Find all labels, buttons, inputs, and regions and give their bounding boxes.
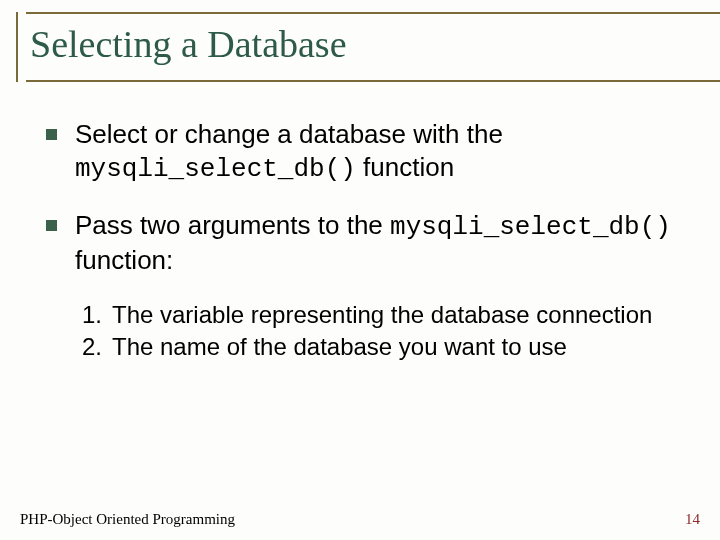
text-run: Pass two arguments to the: [75, 210, 390, 240]
slide-footer: PHP-Object Oriented Programming 14: [20, 511, 700, 528]
bullet-item: Pass two arguments to the mysqli_select_…: [46, 209, 680, 278]
code-run: mysqli_select_db(): [390, 212, 671, 242]
square-bullet-icon: [46, 220, 57, 231]
text-run: Select or change a database with the: [75, 119, 503, 149]
list-number: 1.: [82, 299, 112, 331]
code-run: mysqli_select_db(): [75, 154, 356, 184]
page-number: 14: [685, 511, 700, 528]
list-item: 1. The variable representing the databas…: [82, 299, 680, 331]
bullet-item: Select or change a database with the mys…: [46, 118, 680, 187]
footer-text: PHP-Object Oriented Programming: [20, 511, 235, 528]
bullet-text: Pass two arguments to the mysqli_select_…: [75, 209, 680, 278]
list-item: 2. The name of the database you want to …: [82, 331, 680, 363]
list-text: The variable representing the database c…: [112, 299, 652, 331]
slide-title: Selecting a Database: [30, 22, 720, 66]
slide-body: Select or change a database with the mys…: [20, 82, 700, 362]
numbered-list: 1. The variable representing the databas…: [82, 299, 680, 362]
text-run: function:: [75, 245, 173, 275]
title-rule-box: Selecting a Database: [26, 12, 720, 82]
square-bullet-icon: [46, 129, 57, 140]
list-text: The name of the database you want to use: [112, 331, 567, 363]
bullet-text: Select or change a database with the mys…: [75, 118, 680, 187]
list-number: 2.: [82, 331, 112, 363]
text-run: function: [356, 152, 454, 182]
